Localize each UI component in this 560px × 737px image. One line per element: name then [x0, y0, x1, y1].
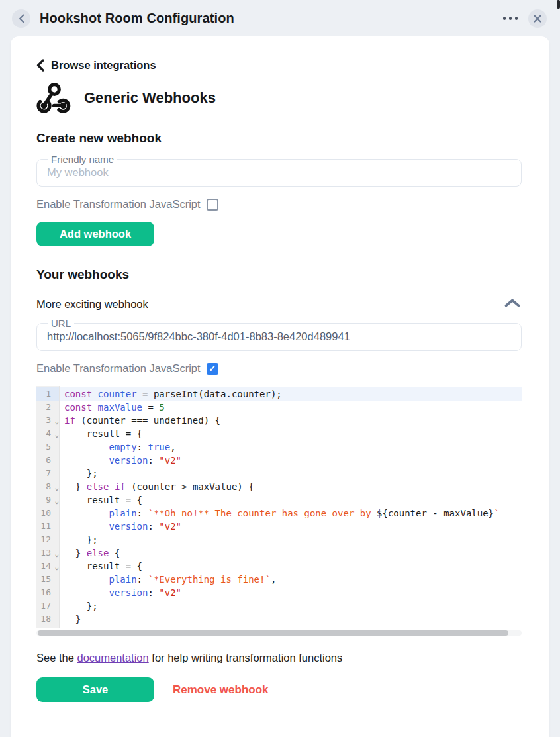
- fold-arrow-icon[interactable]: ⌄: [54, 561, 59, 574]
- gutter-line-number[interactable]: 14⌄: [36, 560, 59, 573]
- create-webhook-heading: Create new webhook: [36, 131, 522, 146]
- gutter-line-number[interactable]: 2: [36, 401, 59, 414]
- gutter-line-number[interactable]: 1: [36, 387, 59, 401]
- code-line[interactable]: };: [60, 599, 522, 613]
- code-line[interactable]: };: [60, 467, 522, 480]
- fold-arrow-icon[interactable]: ⌄: [54, 415, 59, 428]
- gutter-line-number[interactable]: 8⌄: [36, 480, 59, 493]
- code-editor[interactable]: 123⌄4⌄5678⌄9⌄10111213⌄14⌄15161718 const …: [36, 386, 522, 628]
- gutter-line-number[interactable]: 18: [36, 613, 59, 626]
- browse-integrations-label: Browse integrations: [51, 59, 156, 72]
- editor-hscrollbar-thumb[interactable]: [38, 630, 508, 636]
- code-line[interactable]: const counter = parseInt(data.counter);: [60, 387, 522, 401]
- gutter-line-number[interactable]: 16: [36, 586, 59, 599]
- back-button[interactable]: [12, 9, 30, 28]
- code-line[interactable]: version: "v2": [60, 586, 522, 599]
- add-webhook-button[interactable]: Add webhook: [36, 222, 154, 246]
- gutter-line-number[interactable]: 10: [36, 507, 59, 520]
- fold-arrow-icon[interactable]: ⌄: [54, 481, 59, 495]
- dot-icon: [515, 17, 518, 20]
- save-button[interactable]: Save: [36, 677, 154, 702]
- gutter-line-number[interactable]: 17: [36, 599, 59, 613]
- fold-arrow-icon[interactable]: ⌄: [54, 548, 59, 561]
- chevron-up-icon: [504, 299, 520, 307]
- gutter-line-number[interactable]: 7: [36, 467, 59, 480]
- code-line[interactable]: if (counter === undefined) {: [60, 414, 522, 427]
- integration-title: Generic Webhooks: [84, 89, 216, 107]
- transform-js-checkbox-checked[interactable]: [207, 363, 218, 375]
- code-line[interactable]: version: "v2": [60, 520, 522, 533]
- friendly-name-field: Friendly name: [36, 154, 522, 187]
- gutter-line-number[interactable]: 9⌄: [36, 493, 59, 507]
- code-line[interactable]: } else {: [60, 546, 522, 560]
- gutter-line-number[interactable]: 12: [36, 533, 59, 546]
- fold-arrow-icon[interactable]: ⌄: [54, 428, 59, 442]
- gutter-line-number[interactable]: 11: [36, 520, 59, 533]
- collapse-webhook-button[interactable]: [503, 297, 522, 311]
- gutter-line-number[interactable]: 5: [36, 440, 59, 454]
- transform-js-checkbox[interactable]: [207, 199, 218, 211]
- code-line[interactable]: version: "v2": [60, 454, 522, 467]
- gutter-line-number[interactable]: 13⌄: [36, 546, 59, 560]
- editor-hscrollbar-track[interactable]: [36, 630, 522, 636]
- more-options-button[interactable]: [502, 14, 520, 23]
- close-icon: [534, 15, 541, 23]
- code-line[interactable]: empty: true,: [60, 440, 522, 454]
- chevron-left-icon: [19, 14, 24, 23]
- editor-gutter: 123⌄4⌄5678⌄9⌄10111213⌄14⌄15161718: [36, 386, 60, 628]
- chevron-left-icon: [36, 59, 44, 72]
- transform-js-label: Enable Transformation JavaScript: [36, 362, 201, 375]
- friendly-name-input[interactable]: [46, 166, 512, 180]
- your-webhooks-heading: Your webhooks: [36, 268, 522, 282]
- documentation-link[interactable]: documentation: [77, 652, 148, 663]
- code-line[interactable]: }: [60, 613, 522, 626]
- code-line[interactable]: result = {: [60, 493, 522, 507]
- dialog-header: Hookshot Room Configuration: [0, 0, 560, 36]
- docs-hint-suffix: for help writing transformation function…: [149, 652, 343, 663]
- transform-js-label: Enable Transformation JavaScript: [36, 198, 201, 211]
- dialog-title: Hookshot Room Configuration: [40, 11, 234, 26]
- webhook-url-field: URL: [36, 318, 522, 351]
- dot-icon: [503, 17, 506, 20]
- editor-code[interactable]: const counter = parseInt(data.counter);c…: [60, 386, 522, 628]
- friendly-name-label: Friendly name: [48, 154, 117, 165]
- code-line[interactable]: };: [60, 533, 522, 546]
- code-line[interactable]: } else if (counter > maxValue) {: [60, 480, 522, 493]
- gutter-line-number[interactable]: 4⌄: [36, 427, 59, 440]
- dot-icon: [509, 17, 512, 20]
- browse-integrations-link[interactable]: Browse integrations: [36, 59, 156, 72]
- gutter-line-number[interactable]: 15: [36, 573, 59, 586]
- code-line[interactable]: result = {: [60, 427, 522, 440]
- gutter-line-number[interactable]: 3⌄: [36, 414, 59, 427]
- webhook-url-input[interactable]: [46, 330, 512, 344]
- code-line[interactable]: result = {: [60, 560, 522, 573]
- integration-panel: Browse integrations Generic Webhooks Cre…: [11, 36, 549, 737]
- webhook-name: More exciting webhook: [36, 298, 148, 311]
- webhook-url-label: URL: [48, 318, 74, 329]
- webhook-icon: [36, 82, 71, 114]
- close-button[interactable]: [528, 9, 547, 28]
- code-line[interactable]: const maxValue = 5: [60, 401, 522, 414]
- code-line[interactable]: plain: `**Oh no!** The counter has gone …: [60, 507, 522, 520]
- docs-hint-prefix: See the: [36, 652, 77, 663]
- gutter-line-number[interactable]: 6: [36, 454, 59, 467]
- remove-webhook-button[interactable]: Remove webhook: [173, 683, 269, 697]
- docs-hint: See the documentation for help writing t…: [36, 652, 522, 664]
- fold-arrow-icon[interactable]: ⌄: [54, 495, 59, 508]
- code-line[interactable]: plain: `*Everything is fine!`,: [60, 573, 522, 586]
